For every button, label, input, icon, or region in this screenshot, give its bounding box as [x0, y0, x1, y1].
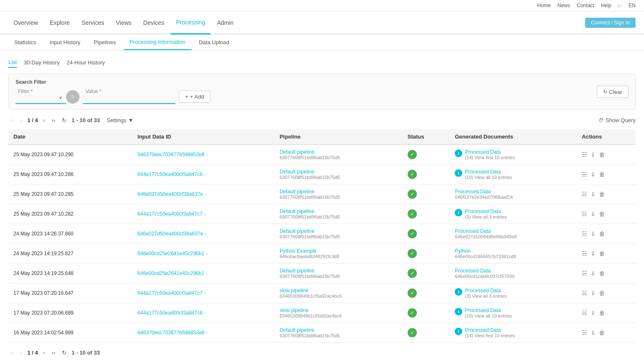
gen-doc-sub-link[interactable]: (3) View all 3 entries	[465, 294, 506, 299]
gen-doc-name-link[interactable]: Python	[455, 248, 516, 254]
clear-button[interactable]: ↻ Clear	[597, 85, 628, 98]
info-circle-icon[interactable]: i	[455, 209, 462, 216]
subnav-processing-information[interactable]: Processing Information	[124, 35, 191, 50]
gen-doc-sub-link[interactable]: (14) View first 10 entries	[465, 333, 514, 338]
gen-doc-name-link[interactable]: Processed Data	[455, 228, 517, 234]
info-circle-icon[interactable]: i	[455, 328, 462, 335]
pipeline-name-link[interactable]: Default pipeline	[280, 149, 398, 155]
gen-doc-sub-link[interactable]: (3) View all 3 entries	[465, 214, 506, 219]
view-icon[interactable]: ☵	[582, 329, 587, 336]
subnav-pipelines[interactable]: Pipelines	[88, 35, 122, 50]
tab-24-hour[interactable]: 24-Hour History	[66, 58, 105, 67]
bottom-next-page-button[interactable]: ›	[41, 349, 46, 357]
download-icon[interactable]: ⇓	[591, 290, 596, 296]
input-data-id-link[interactable]: 644a177c50ea400cf3a847c6	[138, 310, 203, 316]
pipeline-name-link[interactable]: Default pipeline	[280, 189, 398, 195]
news-link[interactable]: News	[557, 3, 570, 8]
delete-icon[interactable]: 🗑	[599, 211, 605, 217]
add-button[interactable]: + + Add	[179, 91, 210, 103]
nav-views[interactable]: Views	[111, 12, 137, 34]
nav-processing[interactable]: Processing	[171, 11, 210, 35]
input-data-id-link[interactable]: 646e00cd25e2641e45c296b1	[138, 251, 204, 256]
input-data-id-link[interactable]: 644a177c50ea400cf3a847c7	[138, 211, 203, 217]
subnav-input-history[interactable]: Input History	[44, 35, 86, 50]
input-data-id-link[interactable]: 644a177c50ea400cf3a847c7	[138, 290, 203, 296]
nav-explore[interactable]: Explore	[45, 12, 74, 34]
view-icon[interactable]: ☵	[582, 191, 587, 198]
bottom-last-page-button[interactable]: ››	[50, 349, 57, 357]
pipeline-name-link[interactable]: Default pipeline	[280, 327, 398, 333]
view-icon[interactable]: ☵	[582, 211, 587, 217]
info-circle-icon[interactable]: i	[455, 169, 462, 177]
info-circle-icon[interactable]: i	[455, 149, 462, 157]
delete-icon[interactable]: 🗑	[599, 191, 605, 198]
info-circle-icon[interactable]: i	[455, 308, 462, 315]
contact-link[interactable]: Contact	[577, 3, 594, 8]
pipeline-name-link[interactable]: Default pipeline	[280, 268, 398, 274]
download-icon[interactable]: ⇓	[591, 310, 596, 316]
delete-icon[interactable]: 🗑	[599, 329, 605, 336]
download-icon[interactable]: ⇓	[591, 270, 596, 277]
input-data-id-link[interactable]: 646e00cd25e2641e45c296b1	[138, 270, 204, 276]
settings-button[interactable]: Settings ▼	[107, 117, 134, 123]
first-page-button[interactable]: ‹‹	[8, 116, 16, 124]
input-data-id-link[interactable]: 646e027d50ea400cf38a637e	[138, 231, 203, 237]
info-circle-icon[interactable]: i	[455, 288, 462, 296]
view-icon[interactable]: ☵	[582, 151, 587, 158]
prev-page-button[interactable]: ‹	[19, 116, 24, 124]
gen-doc-sub-link[interactable]: (14) View first 10 entries	[465, 155, 514, 160]
nav-services[interactable]: Services	[77, 12, 109, 34]
gen-doc-name-link[interactable]: Processed Data	[455, 268, 514, 274]
input-data-id-link[interactable]: 646370eec703677b598853e8	[138, 152, 205, 157]
user-button[interactable]: Connect / Sign In	[585, 18, 636, 28]
input-data-id-link[interactable]: 646370eec703677b598853e8	[138, 330, 205, 336]
nav-devices[interactable]: Devices	[138, 12, 170, 34]
download-icon[interactable]: ⇓	[591, 171, 596, 178]
delete-icon[interactable]: 🗑	[599, 151, 605, 158]
view-icon[interactable]: ☵	[582, 230, 587, 237]
download-icon[interactable]: ⇓	[591, 230, 596, 237]
input-data-id-link[interactable]: 644a177c50ea400cf3a847c6	[138, 171, 203, 177]
view-icon[interactable]: ☵	[582, 250, 587, 257]
gen-doc-name-link[interactable]: Processed Data	[455, 189, 513, 195]
delete-icon[interactable]: 🗑	[599, 290, 605, 296]
bottom-first-page-button[interactable]: ‹‹	[8, 349, 16, 357]
download-icon[interactable]: ⇓	[591, 211, 596, 217]
bottom-refresh-button[interactable]: ↻	[60, 349, 68, 357]
bottom-prev-page-button[interactable]: ‹	[19, 349, 24, 357]
lang-selector[interactable]: EN	[628, 3, 636, 8]
nav-admin[interactable]: Admin	[212, 12, 239, 34]
pipeline-name-link[interactable]: Default pipeline	[280, 208, 398, 214]
help-link[interactable]: Help	[601, 3, 612, 8]
download-icon[interactable]: ⇓	[591, 151, 596, 158]
download-icon[interactable]: ⇓	[591, 329, 596, 336]
view-icon[interactable]: ☵	[582, 270, 587, 277]
gen-doc-name-link[interactable]: Processed Data	[465, 149, 514, 155]
gen-doc-name-link[interactable]: Processed Data	[465, 288, 506, 294]
pipeline-name-link[interactable]: Python Example	[280, 248, 398, 254]
last-page-button[interactable]: ››	[50, 116, 57, 124]
subnav-data-upload[interactable]: Data Upload	[193, 35, 235, 50]
subnav-statistics[interactable]: Statistics	[8, 35, 42, 50]
view-icon[interactable]: ☵	[582, 171, 587, 178]
pipeline-name-link[interactable]: slow pipeline	[280, 307, 398, 313]
home-link[interactable]: Home	[537, 3, 551, 8]
gen-doc-name-link[interactable]: Processed Data	[465, 327, 514, 333]
view-icon[interactable]: ☵	[582, 310, 587, 316]
gen-doc-name-link[interactable]: Processed Data	[465, 208, 506, 214]
input-data-id-link[interactable]: 646e027d50ea400cf38a637e	[138, 191, 203, 197]
refresh-button[interactable]: ↻	[60, 116, 68, 124]
download-icon[interactable]: ⇓	[591, 250, 596, 257]
delete-icon[interactable]: 🗑	[599, 270, 605, 277]
view-icon[interactable]: ☵	[582, 290, 587, 296]
delete-icon[interactable]: 🗑	[599, 310, 605, 316]
show-query-button[interactable]: ⏱ Show Query	[599, 117, 636, 123]
gen-doc-name-link[interactable]: Processed Data	[465, 169, 512, 175]
delete-icon[interactable]: 🗑	[599, 171, 605, 178]
gen-doc-name-link[interactable]: Processed Data	[465, 307, 512, 313]
nav-overview[interactable]: Overview	[8, 12, 43, 34]
gen-doc-sub-link[interactable]: (10) View all 10 entries	[465, 313, 512, 318]
equals-button[interactable]: =	[66, 90, 80, 104]
next-page-button[interactable]: ›	[41, 116, 46, 124]
tab-list[interactable]: List	[8, 57, 17, 68]
